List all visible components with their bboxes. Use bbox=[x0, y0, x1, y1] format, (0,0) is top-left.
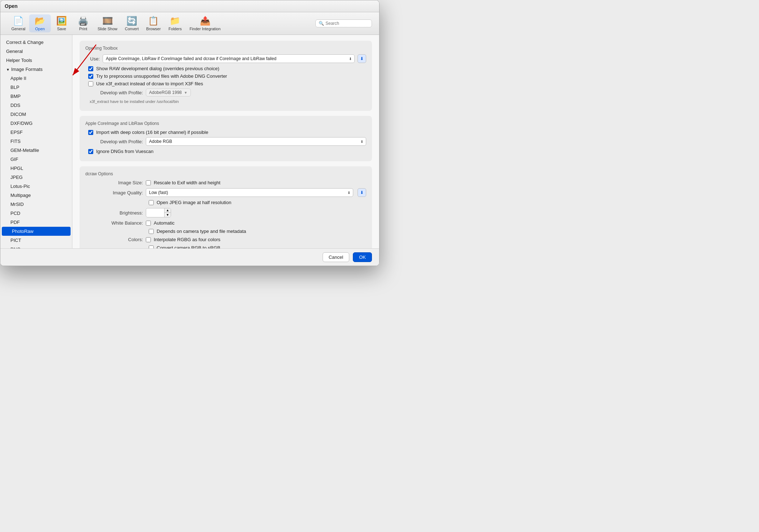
develop-row: Develop with Profile: Adobe RGB sRGB Ado… bbox=[85, 137, 366, 146]
brightness-stepper-btns[interactable]: ▲ ▼ bbox=[164, 208, 171, 217]
jpeg-half-label: Open JPEG image at half resolution bbox=[157, 200, 231, 205]
use-select[interactable]: Apple CoreImage, LibRaw if CoreImage fai… bbox=[103, 54, 355, 63]
show-raw-checkbox[interactable] bbox=[88, 66, 93, 71]
colors-label: Colors: bbox=[85, 237, 143, 242]
toolbar-item-slideshow[interactable]: 🎞️ Slide Show bbox=[94, 14, 121, 32]
sidebar-item-bmp[interactable]: BMP bbox=[0, 92, 72, 101]
sidebar-item-pdf[interactable]: PDF bbox=[0, 218, 72, 227]
toolbar-item-print[interactable]: 🖨️ Print bbox=[72, 14, 94, 32]
browser-icon: 📋 bbox=[148, 16, 159, 26]
sidebar-item-jpeg[interactable]: JPEG bbox=[0, 173, 72, 182]
colors-interpolate-row: Interpolate RGBG as four colors bbox=[146, 237, 220, 242]
sidebar-item-png[interactable]: PNG bbox=[0, 245, 72, 248]
preprocess-checkbox[interactable] bbox=[88, 74, 93, 79]
toolbar: 📄 General📂 Open🖼️ Save🖨️ Print🎞️ Slide S… bbox=[0, 12, 379, 35]
x3f-checkbox[interactable] bbox=[88, 81, 93, 86]
brightness-up[interactable]: ▲ bbox=[165, 208, 171, 213]
use-row: Use: Apple CoreImage, LibRaw if CoreImag… bbox=[85, 54, 366, 63]
image-quality-select[interactable]: Low (fast) Medium High bbox=[146, 188, 353, 197]
sidebar-item-helper-tools[interactable]: Helper Tools bbox=[0, 56, 72, 65]
image-quality-wrapper[interactable]: Low (fast) Medium High bbox=[146, 188, 353, 197]
brightness-input[interactable]: 1,00 bbox=[146, 209, 164, 216]
deep-colors-row: Import with deep colors (16 bit per chan… bbox=[85, 130, 366, 135]
jpeg-half-checkbox[interactable] bbox=[149, 200, 154, 205]
sidebar-item-pict[interactable]: PICT bbox=[0, 236, 72, 245]
toolbar-item-convert[interactable]: 🔄 Convert bbox=[121, 14, 143, 32]
wb-depends-label: Depends on camera type and file metadata bbox=[157, 229, 246, 234]
sidebar-item-image-formats[interactable]: ▼Image Formats bbox=[0, 65, 72, 74]
ok-button[interactable]: OK bbox=[353, 252, 372, 262]
jpeg-checkbox-row: Open JPEG image at half resolution bbox=[149, 200, 231, 205]
general-label: General bbox=[11, 27, 25, 31]
colors-convert-row: Convert camera RGB to sRGB bbox=[85, 245, 366, 248]
develop-select-wrapper[interactable]: Adobe RGB sRGB AdobeRGB 1998 bbox=[146, 137, 366, 146]
ignore-dng-row: Ignore DNGs from Vuescan bbox=[85, 149, 366, 154]
sidebar-item-gif[interactable]: GIF bbox=[0, 155, 72, 164]
wb-auto-label: Automatic bbox=[154, 220, 175, 226]
sidebar-item-lotus-pic[interactable]: Lotus-Pic bbox=[0, 182, 72, 191]
develop-select[interactable]: Adobe RGB sRGB AdobeRGB 1998 bbox=[146, 137, 366, 146]
sidebar-item-general[interactable]: General bbox=[0, 47, 72, 56]
toolbar-item-open[interactable]: 📂 Open bbox=[29, 14, 51, 32]
wb-depends-checkbox[interactable] bbox=[149, 229, 154, 234]
x3f-label: Use x3f_extract instead of dcraw to impo… bbox=[96, 81, 203, 86]
develop-profile-label: Develop with Profile: bbox=[85, 90, 143, 95]
wb-auto-checkbox[interactable] bbox=[146, 221, 151, 226]
sidebar-item-dxf-dwg[interactable]: DXF/DWG bbox=[0, 119, 72, 128]
image-size-label: Image Size: bbox=[85, 180, 143, 185]
apple-coreimage-title: Apple CoreImage and LibRaw Options bbox=[85, 121, 366, 126]
preprocess-row: Try to preprocess unsupported files with… bbox=[85, 73, 366, 79]
colors-interpolate-label: Interpolate RGBG as four colors bbox=[154, 237, 220, 242]
wb-depends-row: Depends on camera type and file metadata bbox=[85, 229, 366, 234]
quality-arrow[interactable]: ⬇ bbox=[358, 188, 366, 197]
dcraw-title: dcraw Options bbox=[85, 171, 366, 176]
sidebar-item-dicom[interactable]: DICOM bbox=[0, 110, 72, 119]
ignore-dng-checkbox[interactable] bbox=[88, 149, 93, 154]
sidebar-item-fits[interactable]: FITS bbox=[0, 137, 72, 146]
sidebar-item-photoraw[interactable]: PhotoRaw bbox=[2, 227, 71, 236]
expand-arrow: ▼ bbox=[6, 68, 10, 72]
sidebar-item-gem-metafile[interactable]: GEM-Metafile bbox=[0, 146, 72, 155]
sidebar-item-dds[interactable]: DDS bbox=[0, 101, 72, 110]
browser-label: Browser bbox=[146, 27, 161, 31]
apple-coreimage-section: Apple CoreImage and LibRaw Options Impor… bbox=[80, 116, 372, 161]
colors-convert-checkbox-row: Convert camera RGB to sRGB bbox=[149, 245, 220, 248]
rescale-checkbox[interactable] bbox=[146, 180, 151, 185]
sidebar-item-correct-change[interactable]: Correct & Change bbox=[0, 38, 72, 47]
develop-profile-dropdown[interactable]: AdobeRGB 1998 ▼ bbox=[146, 89, 191, 96]
sidebar-item-hpgl[interactable]: HPGL bbox=[0, 164, 72, 173]
brightness-stepper[interactable]: 1,00 ▲ ▼ bbox=[146, 208, 171, 217]
deep-colors-label: Import with deep colors (16 bit per chan… bbox=[96, 130, 208, 135]
sidebar-item-epsf[interactable]: EPSF bbox=[0, 128, 72, 137]
search-box[interactable]: 🔍 bbox=[315, 19, 372, 27]
deep-colors-checkbox[interactable] bbox=[88, 130, 93, 135]
brightness-label: Brightness: bbox=[85, 210, 143, 216]
brightness-row: Brightness: 1,00 ▲ ▼ bbox=[85, 208, 366, 217]
toolbar-item-save[interactable]: 🖼️ Save bbox=[51, 14, 72, 32]
cancel-button[interactable]: Cancel bbox=[323, 252, 349, 262]
bottom-bar: Cancel OK bbox=[0, 248, 379, 266]
sidebar-item-pcd[interactable]: PCD bbox=[0, 209, 72, 218]
toolbar-item-general[interactable]: 📄 General bbox=[8, 14, 29, 32]
x3f-note: x3f_extract have to be installed under /… bbox=[85, 99, 366, 104]
sidebar-item-mrsid[interactable]: MrSID bbox=[0, 200, 72, 209]
toolbar-item-finder[interactable]: 📤 Finder Integration bbox=[186, 14, 224, 32]
use-select-wrapper[interactable]: Apple CoreImage, LibRaw if CoreImage fai… bbox=[103, 54, 355, 63]
toolbar-item-folders[interactable]: 📁 Folders bbox=[164, 14, 186, 32]
open-icon: 📂 bbox=[35, 16, 45, 26]
folders-icon: 📁 bbox=[170, 16, 180, 26]
develop-profile-value: AdobeRGB 1998 bbox=[149, 90, 182, 95]
develop-profile-row: Develop with Profile: AdobeRGB 1998 ▼ bbox=[85, 89, 366, 96]
sidebar-item-apple-ii[interactable]: Apple II bbox=[0, 74, 72, 83]
save-icon: 🖼️ bbox=[56, 16, 67, 26]
image-size-checkbox-row: Rescale to Exif width and height bbox=[146, 180, 220, 185]
brightness-down[interactable]: ▼ bbox=[165, 213, 171, 217]
sidebar-item-blp[interactable]: BLP bbox=[0, 83, 72, 92]
toolbar-item-browser[interactable]: 📋 Browser bbox=[143, 14, 164, 32]
use-select-arrow[interactable]: ⬇ bbox=[358, 54, 366, 63]
sidebar-item-multipage[interactable]: Multipage bbox=[0, 191, 72, 200]
colors-interpolate-checkbox[interactable] bbox=[146, 237, 151, 242]
white-balance-label: White Balance: bbox=[85, 220, 143, 226]
search-input[interactable] bbox=[325, 21, 369, 26]
colors-convert-checkbox[interactable] bbox=[149, 245, 154, 249]
